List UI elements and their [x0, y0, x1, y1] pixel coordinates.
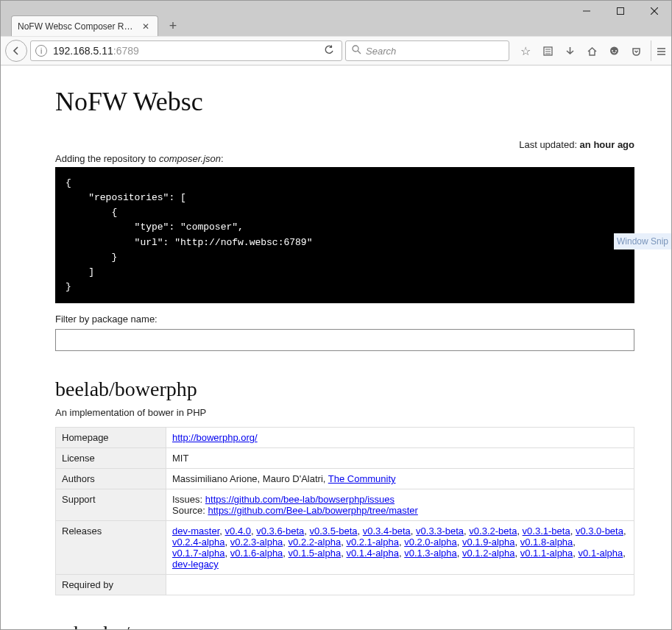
release-link[interactable]: v0.1.2-alpha	[462, 548, 515, 559]
row-label: Homepage	[56, 428, 166, 448]
tab-title: NoFW Websc Composer Repo...	[18, 21, 135, 32]
filter-label: Filter by package name:	[55, 314, 634, 325]
close-window-button[interactable]	[637, 1, 671, 21]
hamburger-icon	[656, 46, 667, 57]
release-link[interactable]: v0.1.3-alpha	[404, 548, 457, 559]
row-label: License	[56, 448, 166, 469]
svg-rect-1	[618, 8, 624, 15]
bookmark-star-icon[interactable]: ☆	[515, 40, 536, 61]
release-link[interactable]: v0.3.6-beta	[256, 525, 304, 537]
search-bar[interactable]: Search	[345, 40, 509, 61]
nav-toolbar: i 192.168.5.11:6789 Search ☆	[1, 36, 671, 66]
release-link[interactable]: v0.3.2-beta	[469, 525, 517, 537]
svg-point-10	[610, 46, 618, 54]
package-description: An implementation of bower in PHP	[55, 407, 634, 418]
reload-button[interactable]	[321, 45, 337, 57]
window-snip-overlay: Window Snip	[614, 233, 671, 249]
arrow-left-icon	[11, 46, 21, 56]
release-link[interactable]: v0.3.0-beta	[576, 525, 623, 537]
release-link[interactable]: v0.3.1-beta	[523, 525, 570, 537]
svg-point-4	[353, 46, 358, 52]
release-link[interactable]: v0.1.1-alpha	[520, 548, 573, 559]
tab-strip: NoFW Websc Composer Repo... ✕ +	[11, 15, 183, 36]
row-label: Support	[56, 489, 166, 521]
close-tab-icon[interactable]: ✕	[140, 21, 152, 32]
table-row: Support Issues: https://github.com/bee-l…	[56, 489, 634, 521]
site-info-icon[interactable]: i	[35, 45, 47, 57]
window-controls	[570, 1, 671, 21]
row-label: Releases	[56, 521, 166, 575]
svg-point-11	[612, 50, 613, 52]
homepage-link[interactable]: http://bowerphp.org/	[172, 432, 258, 443]
composer-snippet: { "repositories": [ { "type": "composer"…	[55, 167, 634, 303]
table-row: Required by	[56, 575, 634, 595]
release-link[interactable]: v0.2.1-alpha	[346, 537, 399, 548]
row-label: Authors	[56, 469, 166, 489]
browser-tab[interactable]: NoFW Websc Composer Repo... ✕	[11, 15, 158, 36]
window-titlebar: NoFW Websc Composer Repo... ✕ +	[1, 1, 671, 36]
release-link[interactable]: v0.1.6-alpha	[230, 548, 283, 559]
release-link[interactable]: v0.3.4-beta	[363, 525, 411, 537]
release-link[interactable]: v0.2.3-alpha	[230, 537, 283, 548]
browser-window: Window Snip NoFW Websc Composer Repo... …	[0, 0, 672, 630]
release-link[interactable]: v0.3.3-beta	[416, 525, 464, 537]
release-link[interactable]: v0.2.2-alpha	[289, 537, 342, 548]
intro-text: Adding the repository to composer.json:	[55, 153, 634, 164]
support-cell: Issues: https://github.com/bee-lab/bowse…	[166, 489, 634, 521]
page-viewport[interactable]: NoFW Websc Last updated: an hour ago Add…	[1, 66, 671, 629]
new-tab-button[interactable]: +	[163, 15, 183, 36]
site-title: NoFW Websc	[55, 86, 634, 117]
search-icon	[352, 45, 361, 57]
required-by-value	[166, 575, 634, 595]
maximize-icon	[617, 7, 624, 15]
home-icon[interactable]	[581, 40, 602, 61]
close-icon	[651, 7, 658, 15]
url-bar[interactable]: i 192.168.5.11:6789	[30, 40, 342, 61]
release-link[interactable]: v0.1.8-alpha	[520, 537, 573, 548]
authors-cell: Massimiliano Arione, Mauro D'Alatri, The…	[166, 469, 634, 489]
release-link[interactable]: v0.2.4-alpha	[172, 537, 225, 548]
minimize-icon	[583, 7, 590, 15]
issues-link[interactable]: https://github.com/bee-lab/bowserphp/iss…	[205, 494, 395, 505]
menu-button[interactable]	[651, 40, 667, 61]
reload-icon	[324, 45, 334, 55]
pocket-icon[interactable]	[626, 40, 646, 61]
minimize-button[interactable]	[570, 1, 604, 21]
chat-icon[interactable]	[604, 40, 624, 61]
release-link[interactable]: v0.1.9-alpha	[462, 537, 515, 548]
svg-point-12	[615, 50, 617, 52]
release-link[interactable]: v0.1.5-alpha	[289, 548, 342, 559]
package-title: beelab/bowerphp	[55, 378, 634, 401]
toolbar-right: ☆	[512, 40, 667, 61]
last-updated: Last updated: an hour ago	[55, 139, 634, 150]
svg-line-5	[358, 51, 361, 54]
author-link[interactable]: The Community	[328, 473, 396, 484]
release-link[interactable]: v0.1.7-alpha	[172, 548, 225, 559]
release-link[interactable]: v0.1-alpha	[579, 548, 623, 559]
release-link[interactable]: v0.1.4-alpha	[346, 548, 399, 559]
row-label: Required by	[56, 575, 166, 595]
source-link[interactable]: https://github.com/Bee-Lab/bowerphp/tree…	[208, 505, 417, 516]
url-port: :6789	[113, 45, 139, 57]
back-button[interactable]	[5, 40, 27, 62]
table-row: Homepage http://bowerphp.org/	[56, 428, 634, 448]
filter-input[interactable]	[55, 329, 634, 351]
release-link[interactable]: dev-master	[172, 525, 219, 537]
url-host: 192.168.5.11:6789	[53, 45, 321, 57]
release-link[interactable]: v0.3.5-beta	[309, 525, 357, 537]
package-title: cakephp/orm	[55, 622, 634, 629]
page-content: NoFW Websc Last updated: an hour ago Add…	[1, 66, 671, 629]
release-link[interactable]: dev-legacy	[172, 559, 219, 570]
table-row: Releases dev-master, v0.4.0, v0.3.6-beta…	[56, 521, 634, 575]
reader-view-icon[interactable]	[537, 40, 558, 61]
releases-cell: dev-master, v0.4.0, v0.3.6-beta, v0.3.5-…	[166, 521, 634, 575]
release-link[interactable]: v0.2.0-alpha	[404, 537, 457, 548]
maximize-button[interactable]	[604, 1, 637, 21]
package-table: Homepage http://bowerphp.org/ License MI…	[55, 427, 634, 595]
table-row: Authors Massimiliano Arione, Mauro D'Ala…	[56, 469, 634, 489]
release-link[interactable]: v0.4.0	[225, 525, 251, 537]
search-placeholder: Search	[366, 46, 396, 57]
downloads-icon[interactable]	[559, 40, 580, 61]
license-value: MIT	[166, 448, 634, 469]
table-row: License MIT	[56, 448, 634, 469]
